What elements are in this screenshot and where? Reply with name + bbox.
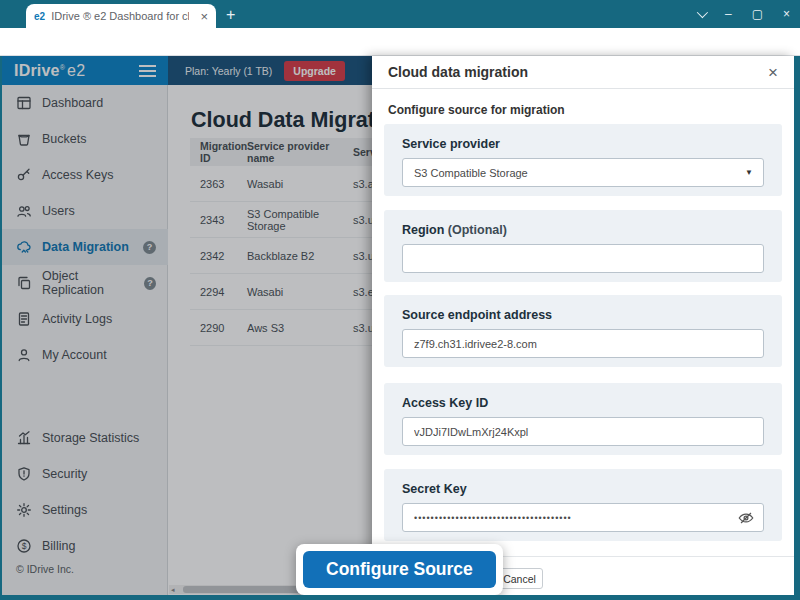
tab-title: IDrive ® e2 Dashboard for cloud	[51, 10, 189, 22]
chevron-down-icon: ▼	[745, 168, 753, 177]
service-provider-select[interactable]: S3 Compatible Storage ▼	[402, 158, 764, 187]
window-maximize-button[interactable]: ▢	[752, 7, 763, 21]
panel-subtitle: Configure source for migration	[388, 103, 565, 117]
window-chevron-icon[interactable]	[697, 7, 708, 18]
configure-source-button[interactable]: Configure Source	[303, 551, 496, 588]
window-frame-bottom	[0, 595, 800, 600]
panel-close-icon[interactable]: ×	[768, 64, 778, 81]
favicon: e2	[34, 11, 45, 22]
secret-key-input[interactable]	[402, 503, 764, 532]
service-provider-label: Service provider	[402, 137, 764, 151]
window-close-button[interactable]: ×	[783, 7, 790, 21]
eye-slash-icon[interactable]	[737, 509, 755, 527]
browser-toolbar: ← → ↻ console.idrivee2.com/cloud-data-mi…	[0, 28, 800, 56]
panel-header: Cloud data migration ×	[372, 56, 794, 89]
configure-source-highlight: Configure Source	[296, 544, 503, 595]
window-minimize-button[interactable]: –	[725, 7, 732, 21]
access-key-card: Access Key ID	[384, 383, 782, 455]
window-frame-right	[794, 56, 800, 600]
service-provider-card: Service provider S3 Compatible Storage ▼	[384, 124, 782, 196]
secret-key-label: Secret Key	[402, 482, 764, 496]
panel-title: Cloud data migration	[388, 64, 528, 80]
access-key-label: Access Key ID	[402, 396, 764, 410]
region-input[interactable]	[402, 244, 764, 273]
tab-close-icon[interactable]: ×	[200, 9, 208, 24]
region-label: Region (Optional)	[402, 223, 764, 237]
cloud-data-migration-panel: Cloud data migration × Configure source …	[372, 56, 794, 595]
endpoint-label: Source endpoint address	[402, 308, 764, 322]
source-endpoint-input[interactable]	[402, 329, 764, 358]
new-tab-button[interactable]: +	[226, 5, 235, 25]
region-card: Region (Optional)	[384, 210, 782, 282]
browser-titlebar: e2 IDrive ® e2 Dashboard for cloud × + –…	[0, 0, 800, 28]
browser-tab[interactable]: e2 IDrive ® e2 Dashboard for cloud ×	[26, 4, 216, 28]
endpoint-card: Source endpoint address	[384, 295, 782, 367]
access-key-input[interactable]	[402, 417, 764, 446]
window-frame-left	[0, 56, 2, 600]
cancel-button[interactable]: Cancel	[496, 568, 543, 589]
secret-key-card: Secret Key	[384, 469, 782, 541]
